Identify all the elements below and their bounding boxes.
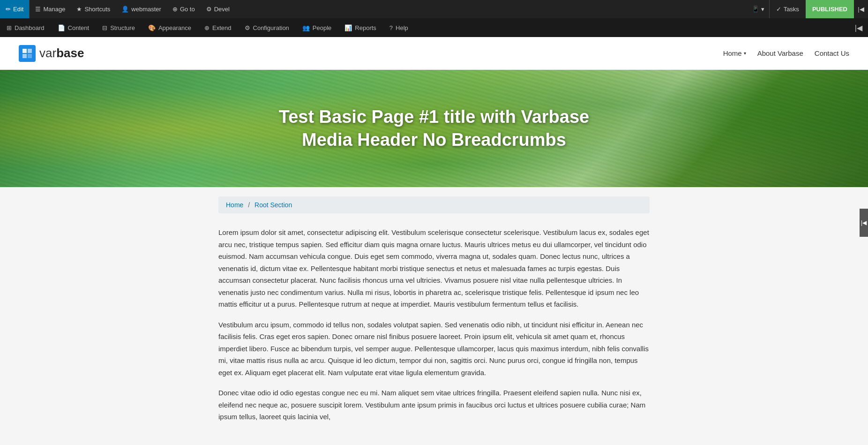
menu-item-reports[interactable]: 📊 Reports — [338, 18, 383, 37]
site-header: varbase Home ▾ About Varbase Contact Us — [0, 37, 868, 70]
people-icon: 👥 — [302, 24, 310, 31]
admin-menu: ⊞ Dashboard 📄 Content ⊟ Structure 🎨 Appe… — [0, 18, 868, 37]
tasks-icon: ✓ — [776, 6, 781, 13]
devel-icon: ⚙ — [206, 6, 212, 13]
site-logo[interactable]: varbase — [19, 45, 84, 62]
extend-label: Extend — [212, 24, 231, 31]
reports-icon: 📊 — [344, 24, 352, 31]
goto-icon: ⊕ — [172, 6, 178, 13]
user-label: webmaster — [131, 6, 161, 13]
reports-label: Reports — [355, 24, 376, 31]
pencil-icon: ✏ — [6, 6, 11, 13]
extend-icon: ⊕ — [204, 24, 210, 31]
manage-button[interactable]: ☰ Manage — [30, 0, 71, 18]
edit-label: Edit — [13, 6, 23, 13]
shortcuts-label: Shortcuts — [84, 6, 110, 13]
appearance-icon: 🎨 — [148, 24, 156, 31]
menu-item-appearance[interactable]: 🎨 Appearance — [142, 18, 198, 37]
edit-button[interactable]: ✏ Edit — [0, 0, 29, 18]
toolbar-collapse-button[interactable]: |◀ — [854, 6, 868, 13]
menu-item-help[interactable]: ? Help — [383, 18, 415, 37]
menu-right: |◀ — [849, 18, 868, 37]
device-switcher[interactable]: 📱 ▾ — [747, 6, 769, 13]
tasks-label: Tasks — [784, 6, 799, 13]
help-label: Help — [396, 24, 408, 31]
menu-item-configuration[interactable]: ⚙ Configuration — [238, 18, 296, 37]
configuration-label: Configuration — [253, 24, 289, 31]
breadcrumb-separator: / — [248, 201, 250, 209]
menu-item-dashboard[interactable]: ⊞ Dashboard — [0, 18, 51, 37]
breadcrumb-home-link[interactable]: Home — [226, 201, 243, 209]
site-navigation: Home ▾ About Varbase Contact Us — [723, 49, 849, 57]
svg-rect-0 — [22, 49, 27, 53]
devel-button[interactable]: ⚙ Devel — [201, 0, 235, 18]
tasks-button[interactable]: ✓ Tasks — [770, 6, 806, 13]
body-paragraph-1: Lorem ipsum dolor sit amet, consectetur … — [218, 226, 650, 310]
logo-text: varbase — [39, 46, 84, 60]
devel-label: Devel — [214, 6, 230, 13]
svg-rect-1 — [28, 49, 32, 53]
nav-contact-link[interactable]: Contact Us — [815, 49, 849, 57]
sidebar-toggle-button[interactable]: |◀ — [849, 23, 868, 32]
help-icon: ? — [389, 24, 393, 31]
appearance-label: Appearance — [158, 24, 191, 31]
menu-item-structure[interactable]: ⊟ Structure — [96, 18, 142, 37]
admin-toolbar: ✏ Edit ☰ Manage ★ Shortcuts 👤 webmaster … — [0, 0, 868, 18]
main-content: Home / Root Section Lorem ipsum dolor si… — [209, 187, 659, 445]
menu-item-extend[interactable]: ⊕ Extend — [198, 18, 238, 37]
nav-home-link[interactable]: Home ▾ — [723, 49, 746, 57]
body-paragraph-2: Vestibulum arcu ipsum, commodo id tellus… — [218, 319, 650, 379]
nav-about-link[interactable]: About Varbase — [757, 49, 803, 57]
structure-icon: ⊟ — [102, 24, 107, 31]
dashboard-label: Dashboard — [15, 24, 45, 31]
user-icon: 👤 — [121, 6, 129, 13]
published-badge: PUBLISHED — [806, 0, 854, 18]
structure-label: Structure — [110, 24, 135, 31]
goto-button[interactable]: ⊕ Go to — [167, 0, 201, 18]
home-caret-icon: ▾ — [744, 51, 746, 56]
hero-title: Test Basic Page #1 title with Varbase Me… — [247, 106, 621, 152]
manage-label: Manage — [43, 6, 65, 13]
logo-icon — [19, 45, 36, 62]
content-icon: 📄 — [58, 24, 65, 31]
device-icon: 📱 ▾ — [752, 6, 764, 13]
breadcrumb: Home / Root Section — [218, 196, 650, 213]
body-paragraph-3: Donec vitae odio id odio egestas congue … — [218, 387, 650, 423]
shortcuts-button[interactable]: ★ Shortcuts — [71, 0, 116, 18]
user-button[interactable]: 👤 webmaster — [116, 0, 167, 18]
menu-item-content[interactable]: 📄 Content — [51, 18, 96, 37]
shortcuts-icon: ★ — [76, 6, 82, 13]
config-icon: ⚙ — [245, 24, 250, 31]
breadcrumb-current: Root Section — [254, 201, 292, 209]
content-label: Content — [68, 24, 90, 31]
hero-banner: Test Basic Page #1 title with Varbase Me… — [0, 70, 868, 187]
right-sidebar-toggle[interactable]: |◀ — [860, 209, 868, 237]
manage-icon: ☰ — [35, 6, 41, 13]
svg-rect-3 — [28, 54, 32, 58]
page-body: Lorem ipsum dolor sit amet, consectetur … — [218, 226, 650, 423]
people-label: People — [313, 24, 331, 31]
goto-label: Go to — [180, 6, 195, 13]
svg-rect-2 — [22, 54, 27, 58]
menu-item-people[interactable]: 👥 People — [296, 18, 338, 37]
toolbar-right: 📱 ▾ ✓ Tasks PUBLISHED |◀ — [747, 0, 868, 18]
dashboard-icon: ⊞ — [7, 24, 12, 31]
